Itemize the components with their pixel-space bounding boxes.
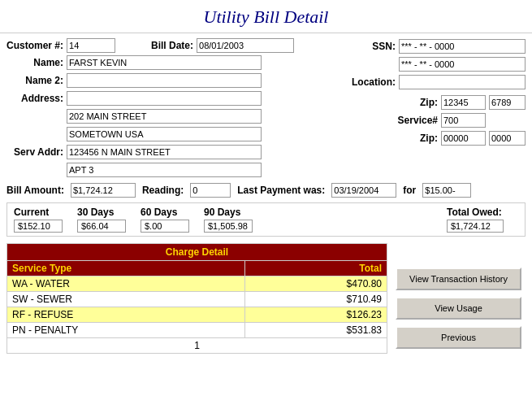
last-payment-amount-input[interactable] <box>422 183 471 198</box>
zip3-input[interactable] <box>441 131 486 146</box>
bill-amount-label: Bill Amount: <box>6 185 64 196</box>
total-cell: $470.80 <box>244 276 387 292</box>
name-label: Name: <box>6 57 63 68</box>
address3-input[interactable] <box>67 127 262 141</box>
zip-label: Zip: <box>389 97 438 108</box>
location-label: Location: <box>347 76 396 88</box>
ssn2-input[interactable] <box>399 57 526 72</box>
reading-label: Reading: <box>142 185 184 196</box>
days30-label: 30 Days <box>77 207 126 218</box>
view-usage-button[interactable]: View Usage <box>396 297 521 320</box>
name2-input[interactable] <box>67 73 262 88</box>
days30-value: $66.04 <box>77 220 126 233</box>
for-label: for <box>403 185 416 196</box>
address2-input[interactable] <box>67 109 262 124</box>
col-service-type: Service Type <box>7 261 245 276</box>
serv-addr2-input[interactable] <box>67 163 262 177</box>
reading-input[interactable] <box>190 183 231 198</box>
days90-label: 90 Days <box>204 207 253 218</box>
service-type-cell: SW - SEWER <box>7 292 245 307</box>
table-row: RF - REFUSE$126.23 <box>7 307 387 323</box>
col-total: Total <box>244 261 387 276</box>
name2-label: Name 2: <box>6 75 63 86</box>
bill-date-label: Bill Date: <box>151 40 193 51</box>
days90-value: $1,505.98 <box>204 220 253 233</box>
view-history-button[interactable]: View Transaction History <box>396 268 521 290</box>
days60-label: 60 Days <box>141 207 189 218</box>
customer-input[interactable] <box>67 38 115 53</box>
zip2-input[interactable] <box>489 95 526 110</box>
table-footer: 1 <box>7 338 387 354</box>
total-cell: $531.83 <box>244 323 387 338</box>
charge-detail-title: Charge Detail <box>7 244 387 261</box>
current-label: Current <box>14 207 63 218</box>
last-payment-label: Last Payment was: <box>237 185 325 196</box>
zip2-label: Zip: <box>389 133 438 144</box>
page-title: Utility Bill Detail <box>0 0 532 33</box>
total-cell: $126.23 <box>244 307 387 323</box>
location-input[interactable] <box>399 75 526 89</box>
total-owed-value: $1,724.12 <box>447 220 504 233</box>
ssn-label: SSN: <box>347 41 396 52</box>
name-input[interactable] <box>67 55 262 70</box>
serv-addr-label: Serv Addr: <box>6 146 63 158</box>
service-type-cell: WA - WATER <box>7 276 245 292</box>
table-row: PN - PENALTY$531.83 <box>7 323 387 338</box>
service-input[interactable] <box>441 113 486 128</box>
bill-amount-input[interactable] <box>71 183 136 198</box>
table-row: SW - SEWER$710.49 <box>7 292 387 307</box>
zip4-input[interactable] <box>489 131 526 146</box>
days60-value: $.00 <box>141 220 189 233</box>
bill-date-input[interactable] <box>197 38 294 53</box>
total-cell: $710.49 <box>244 292 387 307</box>
service-type-cell: RF - REFUSE <box>7 307 245 323</box>
zip1-input[interactable] <box>441 95 486 110</box>
ssn1-input[interactable] <box>399 39 526 54</box>
previous-button[interactable]: Previous <box>396 326 521 349</box>
service-label: Service# <box>389 115 438 126</box>
serv-addr1-input[interactable] <box>67 145 262 159</box>
current-value: $152.10 <box>14 220 63 233</box>
address-label: Address: <box>6 93 63 104</box>
service-type-cell: PN - PENALTY <box>7 323 245 338</box>
customer-label: Customer #: <box>6 40 63 51</box>
total-owed-label: Total Owed: <box>447 207 504 218</box>
table-row: WA - WATER$470.80 <box>7 276 387 292</box>
last-payment-date-input[interactable] <box>331 183 396 198</box>
address1-input[interactable] <box>67 91 262 106</box>
